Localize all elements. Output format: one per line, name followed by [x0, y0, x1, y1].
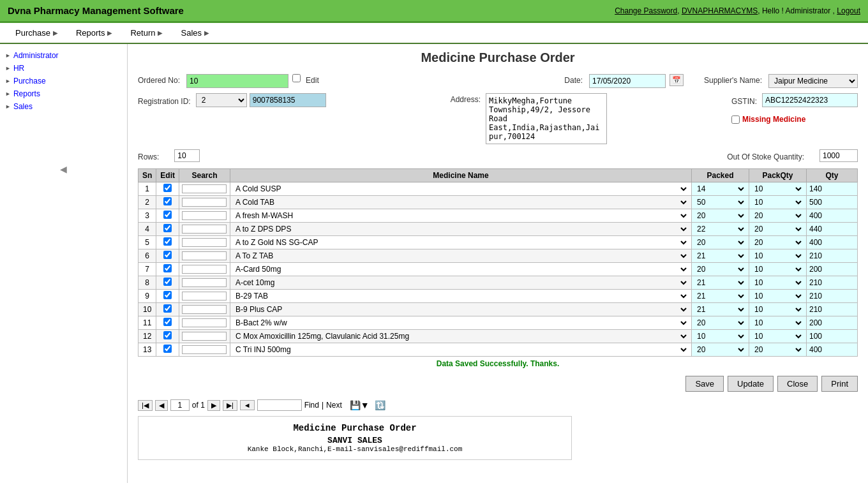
cell-edit[interactable]: [156, 316, 179, 330]
cell-packqty[interactable]: 20: [749, 236, 807, 249]
cell-edit[interactable]: [156, 290, 179, 303]
cell-packqty[interactable]: 10: [749, 182, 807, 196]
sidebar-item-reports[interactable]: ► Reports: [0, 87, 127, 100]
search-input-5[interactable]: [182, 251, 227, 260]
nav-reports[interactable]: Reports ▶: [67, 26, 122, 40]
cell-packqty[interactable]: 10: [749, 263, 807, 276]
registration-id-select[interactable]: 2: [196, 93, 247, 107]
search-input-3[interactable]: [182, 225, 227, 234]
cell-search[interactable]: [179, 316, 230, 330]
packed-select-12[interactable]: 20: [694, 345, 746, 355]
cell-search[interactable]: [179, 290, 230, 303]
nav-purchase[interactable]: Purchase ▶: [6, 26, 67, 40]
row-edit-checkbox[interactable]: [163, 237, 172, 246]
packqty-select-2[interactable]: 20: [752, 211, 804, 221]
update-button[interactable]: Update: [728, 376, 774, 392]
cell-packqty[interactable]: 10: [749, 303, 807, 316]
cell-packed[interactable]: 20: [692, 236, 749, 249]
cell-edit[interactable]: [156, 330, 179, 343]
search-input-10[interactable]: [182, 318, 227, 327]
gstin-input[interactable]: [762, 93, 858, 107]
row-edit-checkbox[interactable]: [163, 304, 172, 313]
cell-packed[interactable]: 21: [692, 276, 749, 290]
medicine-select-9[interactable]: B-9 Plus CAP: [233, 304, 689, 315]
cell-edit[interactable]: [156, 182, 179, 196]
packqty-select-5[interactable]: 10: [752, 251, 804, 261]
cell-packqty[interactable]: 10: [749, 196, 807, 209]
cell-search[interactable]: [179, 182, 230, 196]
packqty-select-1[interactable]: 10: [752, 197, 804, 207]
qty-input-6[interactable]: [809, 265, 855, 274]
next-page-btn[interactable]: ▶: [207, 400, 220, 411]
packed-select-0[interactable]: 14: [694, 184, 746, 194]
cell-medicine[interactable]: A to Z DPS DPS: [230, 223, 692, 236]
packed-select-11[interactable]: 10: [694, 331, 746, 341]
qty-input-9[interactable]: [809, 305, 855, 314]
medicine-select-3[interactable]: A to Z DPS DPS: [233, 224, 689, 234]
find-input[interactable]: [257, 399, 302, 411]
packqty-select-7[interactable]: 10: [752, 278, 804, 288]
cell-qty[interactable]: [807, 263, 858, 276]
cell-search[interactable]: [179, 343, 230, 357]
cell-search[interactable]: [179, 196, 230, 209]
cell-packed[interactable]: 21: [692, 303, 749, 316]
cell-edit[interactable]: [156, 236, 179, 249]
cell-qty[interactable]: [807, 316, 858, 330]
row-edit-checkbox[interactable]: [163, 197, 172, 205]
edit-checkbox[interactable]: [292, 74, 301, 82]
cell-packqty[interactable]: 10: [749, 276, 807, 290]
last-page-btn[interactable]: ▶|: [223, 400, 237, 411]
cell-qty[interactable]: [807, 276, 858, 290]
cell-edit[interactable]: [156, 276, 179, 290]
cell-packed[interactable]: 14: [692, 182, 749, 196]
cell-edit[interactable]: [156, 209, 179, 223]
cell-search[interactable]: [179, 330, 230, 343]
search-input-11[interactable]: [182, 332, 227, 341]
search-input-4[interactable]: [182, 238, 227, 247]
medicine-select-6[interactable]: A-Card 50mg: [233, 264, 689, 274]
packed-select-2[interactable]: 20: [694, 211, 746, 221]
qty-input-7[interactable]: [809, 278, 855, 287]
cell-qty[interactable]: [807, 249, 858, 263]
cell-packed[interactable]: 10: [692, 330, 749, 343]
packed-select-10[interactable]: 20: [694, 318, 746, 328]
cell-packed[interactable]: 20: [692, 209, 749, 223]
cell-medicine[interactable]: A fresh M-WASH: [230, 209, 692, 223]
cell-search[interactable]: [179, 209, 230, 223]
print-button[interactable]: Print: [821, 376, 858, 392]
cell-medicine[interactable]: A-cet 10mg: [230, 276, 692, 290]
packqty-select-9[interactable]: 10: [752, 304, 804, 315]
cell-medicine[interactable]: B-29 TAB: [230, 290, 692, 303]
cell-search[interactable]: [179, 236, 230, 249]
sidebar-collapse-btn[interactable]: ◀: [0, 164, 127, 174]
qty-input-1[interactable]: [809, 198, 855, 207]
sidebar-item-hr[interactable]: ► HR: [0, 62, 127, 75]
search-input-12[interactable]: [182, 345, 227, 354]
address-textarea[interactable]: MikkyMegha,Fortune Township,49/2, Jessor…: [486, 93, 607, 144]
packed-select-4[interactable]: 20: [694, 237, 746, 248]
row-edit-checkbox[interactable]: [163, 278, 172, 286]
packed-select-5[interactable]: 21: [694, 251, 746, 261]
row-edit-checkbox[interactable]: [163, 291, 172, 299]
cell-packqty[interactable]: 20: [749, 343, 807, 357]
cell-qty[interactable]: [807, 196, 858, 209]
ordered-no-input[interactable]: [186, 74, 288, 88]
cell-packed[interactable]: 22: [692, 223, 749, 236]
cell-qty[interactable]: [807, 290, 858, 303]
medicine-select-1[interactable]: A Cold TAB: [233, 197, 689, 207]
cell-packqty[interactable]: 20: [749, 223, 807, 236]
sidebar-item-administrator[interactable]: ► Administrator: [0, 49, 127, 62]
nav-return[interactable]: Return ▶: [121, 26, 172, 40]
cell-packqty[interactable]: 10: [749, 330, 807, 343]
cell-medicine[interactable]: A to Z Gold NS SG-CAP: [230, 236, 692, 249]
cell-medicine[interactable]: C Tri INJ 500mg: [230, 343, 692, 357]
cell-search[interactable]: [179, 263, 230, 276]
medicine-select-0[interactable]: A Cold SUSP: [233, 184, 689, 194]
row-edit-checkbox[interactable]: [163, 211, 172, 219]
search-input-2[interactable]: [182, 211, 227, 220]
cell-packed[interactable]: 21: [692, 290, 749, 303]
date-input[interactable]: [589, 74, 666, 88]
export-icon[interactable]: 💾▼: [350, 400, 370, 410]
rows-input[interactable]: [174, 149, 200, 162]
medicine-select-7[interactable]: A-cet 10mg: [233, 278, 689, 288]
